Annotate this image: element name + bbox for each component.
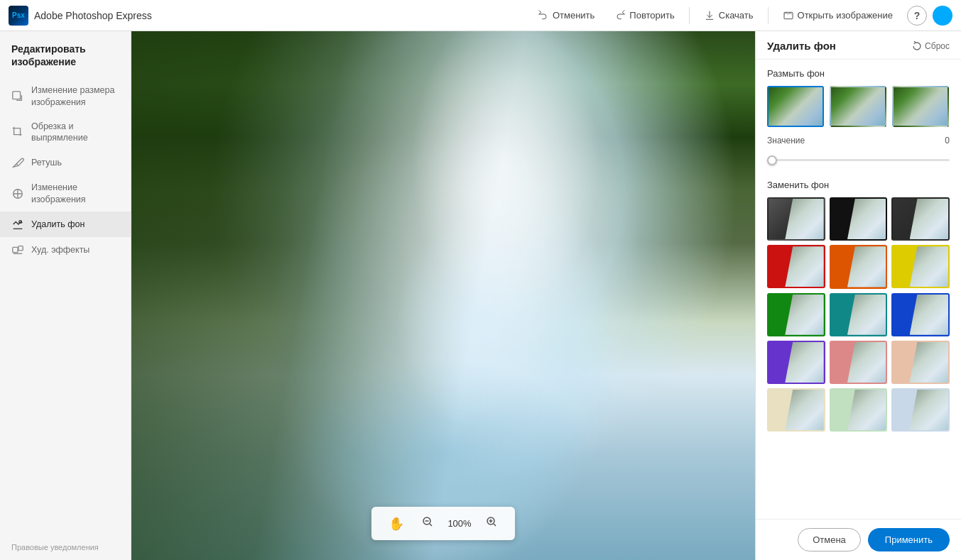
replace-bg-yellow[interactable] xyxy=(891,245,950,288)
undo-button[interactable]: Отменить xyxy=(529,6,603,26)
replace-bg-peach[interactable] xyxy=(891,341,950,384)
sidebar-heading: Редактировать изображение xyxy=(0,43,131,78)
replace-bg-pink[interactable] xyxy=(830,341,888,384)
download-icon xyxy=(704,10,715,21)
app-logo: Psx Adobe Photoshop Express xyxy=(9,6,152,26)
blur-options xyxy=(767,86,950,127)
header: Psx Adobe Photoshop Express Отменить Пов… xyxy=(0,0,961,31)
value-label: Значение xyxy=(767,136,805,146)
redo-button[interactable]: Повторить xyxy=(606,6,683,26)
slider-row: Значение 0 xyxy=(767,136,950,146)
open-image-button[interactable]: Открыть изображение xyxy=(774,6,901,26)
replace-section-title: Заменить фон xyxy=(767,180,950,190)
cancel-button[interactable]: Отмена xyxy=(798,528,861,551)
reset-button[interactable]: Сброс xyxy=(912,41,950,51)
resize-icon xyxy=(11,90,24,103)
zoom-out-button[interactable] xyxy=(416,512,440,534)
retouch-icon xyxy=(11,156,24,169)
pan-tool-button[interactable]: ✋ xyxy=(383,513,410,534)
replace-bg-none[interactable] xyxy=(767,197,825,241)
replace-bg-red[interactable] xyxy=(767,245,825,288)
replace-bg-dark[interactable] xyxy=(891,197,950,241)
replace-bg-mint[interactable] xyxy=(830,388,888,432)
panel-header: Удалить фон Сброс xyxy=(756,31,961,60)
undo-icon xyxy=(538,10,549,21)
blur-option-none[interactable] xyxy=(767,86,824,127)
replace-bg-purple[interactable] xyxy=(767,341,825,384)
blur-slider-container xyxy=(767,148,950,168)
zoom-in-icon xyxy=(485,515,498,528)
blur-slider[interactable] xyxy=(767,159,950,161)
sidebar-item-resize[interactable]: Изменение размера изображения xyxy=(0,78,131,114)
sidebar-item-art-effects[interactable]: Худ. эффекты xyxy=(0,237,131,263)
header-actions: Отменить Повторить Скачать Открыть изобр… xyxy=(529,6,901,26)
svg-rect-1 xyxy=(13,91,21,99)
replace-bg-more[interactable] xyxy=(891,388,950,432)
zoom-in-button[interactable] xyxy=(479,512,504,534)
logo-icon: Psx xyxy=(9,6,28,26)
replace-bg-orange[interactable] xyxy=(830,245,888,288)
help-button[interactable]: ? xyxy=(907,6,927,26)
crop-icon xyxy=(11,126,24,138)
replace-bg-blue[interactable] xyxy=(891,293,950,336)
sidebar-item-crop[interactable]: Обрезка и выпрямление xyxy=(0,114,131,150)
blur-section-title: Размыть фон xyxy=(767,68,950,79)
zoom-level: 100% xyxy=(445,518,474,529)
replace-section: Заменить фон xyxy=(756,177,961,440)
remove-bg-icon xyxy=(11,218,24,231)
panel-spacer xyxy=(756,440,961,454)
app-title: Adobe Photoshop Express xyxy=(34,10,152,21)
svg-rect-4 xyxy=(13,247,18,252)
apply-button[interactable]: Применить xyxy=(868,528,950,551)
legal-notices-link[interactable]: Правовые уведомления xyxy=(0,534,131,560)
zoom-out-icon xyxy=(421,515,434,528)
canvas-overlay xyxy=(131,31,755,560)
header-right: ? xyxy=(907,6,952,26)
svg-rect-5 xyxy=(18,246,23,250)
blur-option-heavy[interactable] xyxy=(892,86,949,127)
replace-bg-cream[interactable] xyxy=(767,388,825,432)
adjust-icon xyxy=(11,187,24,200)
blur-option-medium[interactable] xyxy=(830,86,886,127)
blur-section: Размыть фон Значение 0 xyxy=(756,60,961,177)
panel-footer: Отмена Применить xyxy=(756,519,961,560)
canvas-area: ✋ 100% xyxy=(131,31,755,560)
redo-icon xyxy=(614,10,626,21)
slider-value-display: 0 xyxy=(945,136,950,146)
main-layout: Редактировать изображение Изменение разм… xyxy=(0,31,961,560)
header-divider-2 xyxy=(768,7,769,24)
replace-bg-green[interactable] xyxy=(767,293,825,336)
replace-bg-teal[interactable] xyxy=(830,293,888,336)
art-effects-icon xyxy=(11,243,24,256)
right-panel: Удалить фон Сброс Размыть фон xyxy=(755,31,961,560)
sidebar-item-adjust[interactable]: Изменение изображения xyxy=(0,175,131,212)
sidebar-item-retouch[interactable]: Ретушь xyxy=(0,150,131,175)
avatar[interactable] xyxy=(933,6,952,26)
sidebar-item-remove-bg[interactable]: Удалить фон xyxy=(0,212,131,237)
canvas-toolbar: ✋ 100% xyxy=(371,507,515,540)
panel-title: Удалить фон xyxy=(767,40,836,52)
header-divider xyxy=(689,7,690,24)
open-image-icon xyxy=(783,10,794,21)
left-sidebar: Редактировать изображение Изменение разм… xyxy=(0,31,131,560)
replace-bg-black[interactable] xyxy=(830,197,888,241)
replace-bg-grid xyxy=(767,197,950,432)
download-button[interactable]: Скачать xyxy=(695,6,762,26)
reset-icon xyxy=(912,41,922,51)
